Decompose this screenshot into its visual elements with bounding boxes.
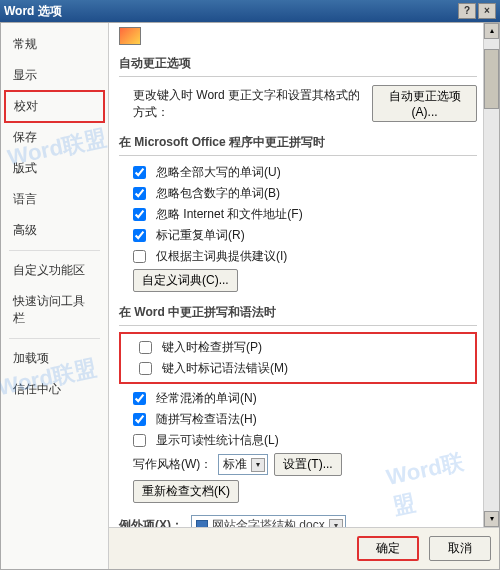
sidebar-item-advanced[interactable]: 高级 [1, 215, 108, 246]
chk-ignore-numbers[interactable] [133, 187, 146, 200]
chk-grammar-with-spell[interactable] [133, 413, 146, 426]
lbl-mark-grammar-typing: 键入时标记语法错误(M) [162, 360, 288, 377]
writing-style-settings-button[interactable]: 设置(T)... [274, 453, 341, 476]
color-swatch-icon [119, 27, 141, 45]
sidebar-item-trust-center[interactable]: 信任中心 [1, 374, 108, 405]
window-title: Word 选项 [4, 3, 62, 20]
chk-flag-repeated[interactable] [133, 229, 146, 242]
close-button[interactable]: × [478, 3, 496, 19]
sidebar-item-general[interactable]: 常规 [1, 29, 108, 60]
section-autocorrect: 自动更正选项 [119, 51, 477, 77]
chk-mark-grammar-typing[interactable] [139, 362, 152, 375]
writing-style-label: 写作风格(W)： [133, 456, 212, 473]
sidebar-item-layout[interactable]: 版式 [1, 153, 108, 184]
help-button[interactable]: ? [458, 3, 476, 19]
exceptions-value: 网站金字塔结构.docx [212, 517, 325, 527]
exceptions-select[interactable]: 网站金字塔结构.docx ▾ [191, 515, 346, 527]
chk-check-spelling-typing[interactable] [139, 341, 152, 354]
section-office-spell: 在 Microsoft Office 程序中更正拼写时 [119, 130, 477, 156]
chk-ignore-internet[interactable] [133, 208, 146, 221]
lbl-flag-repeated: 标记重复单词(R) [156, 227, 245, 244]
highlight-box-spellgrammar: 键入时检查拼写(P) 键入时标记语法错误(M) [119, 332, 477, 384]
lbl-check-spelling-typing: 键入时检查拼写(P) [162, 339, 262, 356]
sidebar-item-save[interactable]: 保存 [1, 122, 108, 153]
chk-ignore-uppercase[interactable] [133, 166, 146, 179]
sidebar-item-quick-access[interactable]: 快速访问工具栏 [1, 286, 108, 334]
scroll-down-icon[interactable]: ▾ [484, 511, 499, 527]
writing-style-value: 标准 [223, 456, 247, 473]
lbl-ignore-uppercase: 忽略全部大写的单词(U) [156, 164, 281, 181]
chk-confused-words[interactable] [133, 392, 146, 405]
ok-button[interactable]: 确定 [357, 536, 419, 561]
lbl-confused-words: 经常混淆的单词(N) [156, 390, 257, 407]
dialog-footer: 确定 取消 [109, 527, 499, 569]
cancel-button[interactable]: 取消 [429, 536, 491, 561]
sidebar-item-proofing[interactable]: 校对 [4, 90, 105, 123]
lbl-ignore-numbers: 忽略包含数字的单词(B) [156, 185, 280, 202]
sidebar-item-addins[interactable]: 加载项 [1, 343, 108, 374]
writing-style-select[interactable]: 标准 ▾ [218, 454, 268, 475]
custom-dictionaries-button[interactable]: 自定义词典(C)... [133, 269, 238, 292]
chk-readability[interactable] [133, 434, 146, 447]
chevron-down-icon: ▾ [251, 458, 265, 472]
autocorrect-desc: 更改键入时 Word 更正文字和设置其格式的方式： [133, 87, 366, 121]
vertical-scrollbar[interactable]: ▴ ▾ [483, 23, 499, 527]
scroll-up-icon[interactable]: ▴ [484, 23, 499, 39]
lbl-ignore-internet: 忽略 Internet 和文件地址(F) [156, 206, 303, 223]
chk-main-dict-only[interactable] [133, 250, 146, 263]
lbl-grammar-with-spell: 随拼写检查语法(H) [156, 411, 257, 428]
scroll-thumb[interactable] [484, 49, 499, 109]
section-word-spell: 在 Word 中更正拼写和语法时 [119, 300, 477, 326]
sidebar-item-display[interactable]: 显示 [1, 60, 108, 91]
exceptions-label: 例外项(X)： [119, 517, 183, 527]
sidebar-item-language[interactable]: 语言 [1, 184, 108, 215]
lbl-main-dict-only: 仅根据主词典提供建议(I) [156, 248, 287, 265]
sidebar-item-customize-ribbon[interactable]: 自定义功能区 [1, 255, 108, 286]
lbl-readability: 显示可读性统计信息(L) [156, 432, 279, 449]
recheck-document-button[interactable]: 重新检查文档(K) [133, 480, 239, 503]
sidebar: 常规 显示 校对 保存 Word联盟 版式 语言 高级 自定义功能区 快速访问工… [1, 23, 109, 569]
chevron-down-icon: ▾ [329, 519, 343, 528]
autocorrect-options-button[interactable]: 自动更正选项(A)... [372, 85, 477, 122]
word-doc-icon [196, 520, 208, 528]
